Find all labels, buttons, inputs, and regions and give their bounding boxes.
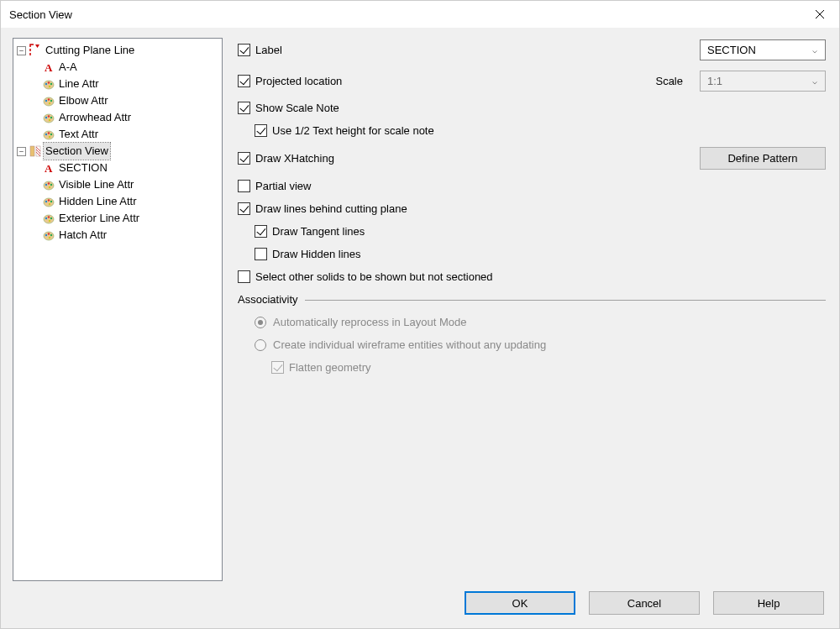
svg-point-11 [45,100,47,102]
svg-point-24 [49,136,50,138]
tree-pane[interactable]: − Cutting Plane Line [13,38,223,581]
tree-node-hatch-attr[interactable]: Hatch Attr [17,227,218,244]
svg-point-7 [48,81,50,83]
form-pane: Label SECTION ⌵ Projected lo [233,38,827,581]
checkbox-label: Projected location [255,75,342,87]
select-other-solids-checkbox[interactable]: Select other solids to be shown but not … [238,270,493,283]
close-icon [815,9,825,19]
svg-marker-3 [35,45,39,48]
tree-node-cutting-plane-line[interactable]: − Cutting Plane Line [17,42,218,59]
tree-label[interactable]: SECTION [57,160,109,176]
checkbox-label: Draw Hidden lines [272,248,361,260]
partial-view-checkbox[interactable]: Partial view [238,180,311,192]
radio-icon [255,339,266,351]
draw-tangent-lines-checkbox[interactable]: Draw Tangent lines [255,225,365,238]
show-scale-note-checkbox[interactable]: Show Scale Note [238,102,339,114]
label-checkbox[interactable]: Label [238,44,282,56]
radio-auto-reprocess: Automatically reprocess in Layout Mode [255,316,826,328]
combo-value: SECTION [707,44,808,56]
svg-point-45 [49,220,50,222]
section-view-dialog: Section View − [0,0,840,629]
palette-icon [42,111,55,124]
svg-point-22 [48,132,50,134]
draw-xhatching-checkbox[interactable]: Draw XHatching [238,152,334,165]
tree-label[interactable]: Line Attr [57,76,101,92]
tree-label[interactable]: Text Attr [57,126,100,143]
svg-text:A: A [45,61,53,74]
checkbox-icon [238,102,250,114]
svg-point-50 [49,237,50,238]
svg-point-8 [50,83,52,85]
define-pattern-button[interactable]: Define Pattern [700,147,826,170]
checkbox-label: Show Scale Note [255,102,339,114]
cancel-button[interactable]: Cancel [589,591,700,615]
checkbox-label: Use 1/2 Text height for scale note [272,124,434,137]
tree-label[interactable]: Hatch Attr [57,227,108,244]
svg-point-43 [48,216,50,218]
tree-node-exterior-line-attr[interactable]: Exterior Line Attr [17,210,218,227]
tree-node-section[interactable]: A SECTION [17,160,218,176]
help-button[interactable]: Help [713,591,824,615]
groupbox-title: Associativity [238,293,298,306]
tree-node-visible-line-attr[interactable]: Visible Line Attr [17,176,218,193]
svg-text:A: A [45,162,53,175]
checkbox-icon [238,270,250,283]
checkbox-icon [255,225,267,238]
divider [305,300,826,301]
tree-label[interactable]: Visible Line Attr [57,176,135,193]
tree-label[interactable]: Hidden Line Attr [57,193,139,210]
tree-node-section-view[interactable]: − Section View [17,143,218,160]
palette-icon [42,212,55,225]
associativity-group: Associativity Automatically reprocess in… [238,293,826,374]
tree-node-text-attr[interactable]: Text Attr [17,126,218,143]
draw-lines-behind-checkbox[interactable]: Draw lines behind cutting plane [238,202,407,215]
section-view-icon [29,144,42,158]
use-half-text-height-checkbox[interactable]: Use 1/2 Text height for scale note [255,124,434,137]
palette-icon [42,128,55,141]
svg-point-33 [48,182,50,184]
tree-label[interactable]: A-A [57,59,79,76]
checkbox-label: Label [255,44,282,56]
svg-point-6 [45,83,47,85]
tree-label[interactable]: Section View [44,143,110,160]
tree-label[interactable]: Cutting Plane Line [44,42,136,59]
checkbox-label: Partial view [255,180,311,192]
palette-icon [42,94,55,107]
tree-label[interactable]: Exterior Line Attr [57,210,141,227]
svg-point-44 [50,218,52,219]
tree-collapse-icon[interactable]: − [17,46,26,55]
tree-node-elbow-attr[interactable]: Elbow Attr [17,92,218,109]
scale-label: Scale [655,75,683,87]
projected-location-checkbox[interactable]: Projected location [238,75,342,87]
svg-point-14 [49,102,50,104]
combo-value: 1:1 [707,75,808,87]
draw-hidden-lines-checkbox[interactable]: Draw Hidden lines [255,248,361,260]
svg-point-21 [45,134,47,135]
tree-label[interactable]: Elbow Attr [57,92,110,109]
panes: − Cutting Plane Line [13,38,827,581]
dialog-title: Section View [9,8,801,21]
svg-point-42 [45,218,47,219]
tree-collapse-icon[interactable]: − [17,147,26,156]
chevron-down-icon: ⌵ [808,76,822,86]
ok-button[interactable]: OK [465,591,575,615]
label-combo[interactable]: SECTION ⌵ [700,39,826,60]
checkbox-icon [255,124,267,137]
dialog-body: − Cutting Plane Line [1,28,839,628]
text-a-icon: A [42,161,55,175]
close-button[interactable] [801,1,839,28]
svg-point-49 [50,234,52,236]
tree-node-a-a[interactable]: A A-A [17,59,218,76]
dialog-buttons: OK Cancel Help [13,581,827,621]
svg-point-16 [45,117,47,118]
svg-point-13 [50,100,52,102]
checkbox-label: Draw lines behind cutting plane [255,202,407,215]
tree-node-hidden-line-attr[interactable]: Hidden Line Attr [17,193,218,210]
svg-point-35 [49,186,50,188]
tree-node-arrowhead-attr[interactable]: Arrowhead Attr [17,109,218,126]
tree-label[interactable]: Arrowhead Attr [57,109,133,126]
tree-node-line-attr[interactable]: Line Attr [17,76,218,92]
palette-icon [42,178,55,191]
button-label: OK [512,597,528,610]
checkbox-icon [238,152,250,165]
